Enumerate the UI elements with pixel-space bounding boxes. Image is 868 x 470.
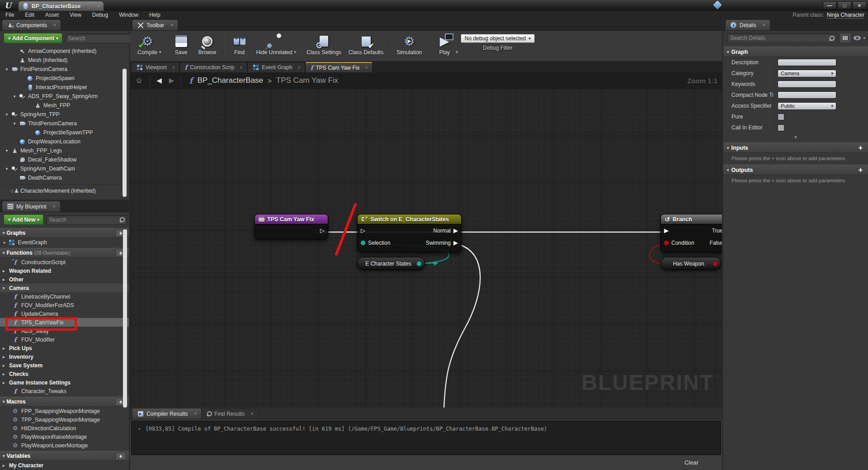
- component-row[interactable]: ProjectileSpawn: [0, 74, 129, 83]
- components-search-input[interactable]: [68, 35, 138, 42]
- node-e-character-states[interactable]: E Character States: [357, 257, 425, 270]
- blueprint-item-playweaponlowermontage[interactable]: PlayWeaponLowerMontage: [0, 441, 129, 450]
- details-search[interactable]: [727, 33, 837, 43]
- category-my-character[interactable]: ▸My Character: [0, 461, 129, 470]
- exec-output-pin[interactable]: ▷: [320, 228, 325, 233]
- bool-output-pin[interactable]: [713, 261, 717, 266]
- graph-tab-tps-cam-yaw-fix[interactable]: fTPS Cam Yaw Fix×: [305, 62, 373, 72]
- menu-debug[interactable]: Debug: [87, 11, 113, 19]
- component-row[interactable]: ▾SpringArm_TPP: [0, 110, 129, 119]
- chevron-down-icon[interactable]: ▾: [863, 36, 865, 40]
- close-icon[interactable]: ×: [298, 65, 301, 70]
- advanced-expander[interactable]: ▼: [723, 133, 868, 141]
- display-mode-button[interactable]: [840, 33, 851, 43]
- section-macros[interactable]: ▾Macros+: [0, 397, 129, 407]
- add-new-button[interactable]: + Add New ▾: [4, 214, 43, 225]
- add-variables-button[interactable]: +: [115, 452, 126, 460]
- category-camera[interactable]: ▾Camera: [0, 284, 129, 292]
- bool-input-pin[interactable]: [664, 241, 669, 245]
- compact-node-ti-field[interactable]: [778, 91, 836, 99]
- graph-tab-viewport[interactable]: Viewport×: [131, 62, 179, 72]
- close-icon[interactable]: ×: [172, 65, 175, 70]
- expand-arrow-icon[interactable]: ▸: [3, 380, 7, 385]
- close-icon[interactable]: ×: [97, 4, 100, 9]
- expand-arrow-icon[interactable]: ▸: [3, 372, 7, 376]
- my-blueprint-search-input[interactable]: [49, 217, 119, 223]
- component-row[interactable]: Decal_FakeShadow: [0, 155, 129, 164]
- close-icon[interactable]: ×: [365, 65, 368, 70]
- node-has-weapon[interactable]: Has Weapon: [660, 257, 721, 270]
- components-scrollbar[interactable]: [123, 69, 127, 197]
- simulation-button[interactable]: Simulation: [393, 33, 425, 56]
- category-dropdown[interactable]: Camera▾: [778, 70, 836, 77]
- collapse-arrow-icon[interactable]: ▾: [5, 112, 9, 117]
- details-section-graph[interactable]: ▾ Graph: [723, 47, 868, 57]
- blueprint-item-fov_modifierforads[interactable]: FOV_ModifierForADS: [0, 301, 129, 309]
- component-row[interactable]: ▾ThirdPersonCamera: [0, 119, 129, 128]
- blueprint-item-ads_sway[interactable]: ADS_Sway: [0, 327, 129, 335]
- my-blueprint-search[interactable]: [46, 215, 127, 225]
- enum-input-pin[interactable]: [361, 241, 365, 245]
- category-inventory[interactable]: ▸Inventory: [0, 352, 129, 361]
- call-in-editor-checkbox[interactable]: [778, 124, 784, 131]
- find-button[interactable]: Find: [226, 33, 253, 56]
- category-pick-ups[interactable]: ▸Pick Ups: [0, 344, 129, 352]
- close-icon[interactable]: ×: [53, 204, 56, 209]
- marketplace-icon[interactable]: [713, 0, 722, 9]
- component-row[interactable]: ▾SpringArm_DeathCam: [0, 164, 129, 173]
- browse-button[interactable]: Browse: [194, 33, 221, 56]
- back-arrow-icon[interactable]: ◀: [156, 76, 162, 85]
- component-row[interactable]: ProjectileSpawnTPP: [0, 128, 129, 137]
- node-tps-cam-yaw-fix[interactable]: TPS Cam Yaw Fix ▷: [255, 214, 328, 239]
- collapse-arrow-icon[interactable]: ▾: [12, 121, 17, 126]
- blueprint-item-constructionscript[interactable]: ConstructionScript: [0, 258, 129, 266]
- blueprint-item-playweaponraisemontage[interactable]: PlayWeaponRaiseMontage: [0, 432, 129, 441]
- class-defaults-button[interactable]: Class Defaults: [345, 33, 387, 56]
- component-row[interactable]: ▾ADS_FPP_Sway_SpringArm: [0, 92, 129, 101]
- blueprint-item-tpp_swappingweaponmontage[interactable]: TPP_SwappingWeaponMontage: [0, 415, 129, 424]
- component-row[interactable]: DeathCamera: [0, 173, 129, 182]
- component-row[interactable]: InteractPromptHelper: [0, 83, 129, 92]
- graph-tab-construction-scrip[interactable]: fConstruction Scrip×: [179, 62, 247, 72]
- exec-input-pin[interactable]: ▶: [664, 228, 669, 233]
- close-icon[interactable]: ×: [170, 23, 173, 28]
- add-output-button[interactable]: +: [859, 166, 864, 174]
- menu-view[interactable]: View: [64, 11, 87, 19]
- enum-output-pin[interactable]: [417, 261, 421, 266]
- expand-arrow-icon[interactable]: ▸: [3, 463, 7, 468]
- expand-arrow-icon[interactable]: ▾: [3, 286, 7, 290]
- tab-find-results[interactable]: Find Results×: [202, 408, 259, 419]
- exec-output-pin-swimming[interactable]: ▶: [453, 240, 458, 246]
- node-switch-on-e-characterstates[interactable]: Ɛ↗ Switch on E_CharacterStates ▷ Normal …: [357, 214, 462, 252]
- blueprint-item-eventgraph[interactable]: ▸EventGraph: [0, 238, 129, 247]
- blueprint-item-tps_camyawfix[interactable]: TPS_CamYawFix: [0, 318, 129, 327]
- component-row[interactable]: Mesh (Inherited): [0, 56, 129, 65]
- close-icon[interactable]: ×: [53, 23, 56, 28]
- expand-arrow-icon[interactable]: ▸: [3, 363, 7, 368]
- keywords-field[interactable]: [778, 81, 836, 88]
- tab-toolbar[interactable]: Toolbar ×: [132, 19, 178, 30]
- save-button[interactable]: Save: [168, 33, 194, 56]
- blueprint-item-linetracebychannel[interactable]: LinetraceByChannel: [0, 292, 129, 301]
- category-save-system[interactable]: ▸Save System: [0, 361, 129, 370]
- access-specifier-dropdown[interactable]: Public▾: [778, 102, 836, 110]
- chevron-down-icon[interactable]: ▾: [159, 50, 161, 54]
- blueprint-item-updatecamera[interactable]: UpdateCamera: [0, 309, 129, 318]
- component-row[interactable]: ArrowComponent (Inherited): [0, 47, 129, 56]
- play-button[interactable]: Play: [431, 33, 458, 56]
- chevron-down-icon[interactable]: ▾: [456, 50, 458, 54]
- blueprint-item-character_tweaks[interactable]: Character_Tweaks: [0, 387, 129, 395]
- close-button[interactable]: ×: [853, 1, 866, 9]
- tab-components[interactable]: Components ×: [2, 19, 61, 30]
- add-input-button[interactable]: +: [859, 144, 864, 152]
- expand-arrow-icon[interactable]: ▸: [3, 269, 7, 273]
- menu-asset[interactable]: Asset: [40, 11, 64, 19]
- blueprint-item-hitdirectioncalculation[interactable]: HitDirectionCalculation: [0, 424, 129, 432]
- maximize-button[interactable]: □: [838, 1, 851, 9]
- category-weapon-related[interactable]: ▸Weapon Related: [0, 266, 129, 275]
- details-section-outputs[interactable]: ▾ Outputs +: [723, 165, 868, 175]
- exec-input-pin[interactable]: ▷: [361, 228, 365, 233]
- menu-edit[interactable]: Edit: [19, 11, 40, 19]
- category-checks[interactable]: ▸Checks: [0, 370, 129, 378]
- section-graphs[interactable]: ▾Graphs+: [0, 228, 129, 238]
